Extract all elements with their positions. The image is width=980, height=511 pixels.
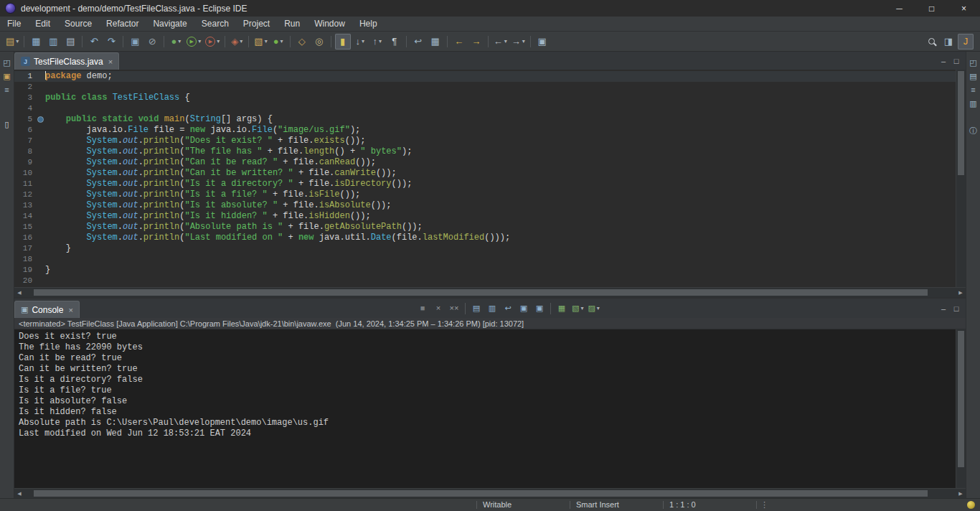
next-edit-location-button[interactable]: → bbox=[468, 34, 484, 50]
remove-launch-button[interactable]: × bbox=[431, 301, 446, 316]
notification-icon[interactable] bbox=[967, 501, 975, 509]
line-number[interactable]: 17 bbox=[14, 243, 36, 254]
type-hierarchy-icon[interactable]: ≡ bbox=[1, 84, 14, 95]
code-line[interactable]: 19} bbox=[14, 265, 956, 276]
line-number[interactable]: 19 bbox=[14, 265, 36, 276]
minimize-console-button[interactable]: – bbox=[937, 302, 950, 315]
line-number[interactable]: 14 bbox=[14, 211, 36, 222]
annotation-ruler[interactable] bbox=[36, 168, 45, 179]
debug-button[interactable]: ●▾ bbox=[168, 34, 184, 50]
editor-tab[interactable]: J TestFileClass.java × bbox=[14, 52, 119, 70]
annotation-ruler[interactable] bbox=[36, 211, 45, 222]
console-output[interactable]: Does it exist? trueThe file has 22090 by… bbox=[14, 329, 956, 488]
line-number[interactable]: 7 bbox=[14, 136, 36, 146]
code-line[interactable]: 18 bbox=[14, 254, 956, 265]
console-scroll-right-arrow-icon[interactable]: ▶ bbox=[956, 491, 966, 497]
pin-editor-button[interactable]: ▣ bbox=[534, 34, 550, 50]
code-area[interactable]: 1package demo;23public class TestFileCla… bbox=[14, 70, 956, 287]
line-number[interactable]: 12 bbox=[14, 189, 36, 200]
print-button[interactable]: ▤ bbox=[62, 34, 78, 50]
console-horizontal-scrollbar[interactable]: ◀ ▶ bbox=[14, 488, 966, 498]
undo-button[interactable]: ↶ bbox=[86, 34, 102, 50]
code-line[interactable]: 16 System.out.println("Last modified on … bbox=[14, 233, 956, 243]
save-button[interactable]: ▦ bbox=[28, 34, 44, 50]
scroll-lock-button[interactable]: ▥ bbox=[485, 301, 499, 316]
menu-file[interactable]: File bbox=[0, 17, 28, 31]
editor-vertical-scrollbar[interactable] bbox=[956, 70, 966, 287]
line-number[interactable]: 10 bbox=[14, 168, 36, 179]
code-line[interactable]: 5 public static void main(String[] args)… bbox=[14, 114, 956, 125]
pin-console-button[interactable]: ▣ bbox=[532, 301, 547, 316]
menu-help[interactable]: Help bbox=[352, 17, 385, 31]
statusbar-overflow-icon[interactable]: ⋮ bbox=[760, 500, 768, 510]
line-number[interactable]: 4 bbox=[14, 103, 36, 114]
outline-icon[interactable]: ≡ bbox=[967, 84, 980, 95]
line-number[interactable]: 13 bbox=[14, 200, 36, 211]
new-console-view-button[interactable]: ▨▾ bbox=[586, 301, 600, 316]
editor-vscroll-thumb[interactable] bbox=[958, 71, 964, 175]
menu-edit[interactable]: Edit bbox=[28, 17, 57, 31]
code-line[interactable]: 7 System.out.println("Does it exist? " +… bbox=[14, 136, 956, 146]
code-line[interactable]: 4 bbox=[14, 103, 956, 114]
annotation-ruler[interactable] bbox=[36, 93, 45, 103]
forward-button[interactable]: →▾ bbox=[510, 34, 527, 50]
minimize-window-button[interactable]: ─ bbox=[883, 0, 915, 17]
console-hscroll-track[interactable] bbox=[24, 489, 956, 498]
code-editor[interactable]: 1package demo;23public class TestFileCla… bbox=[14, 70, 966, 287]
new-java-project-button[interactable]: ▧▾ bbox=[253, 34, 268, 50]
scroll-right-arrow-icon[interactable]: ▶ bbox=[956, 290, 966, 296]
annotation-ruler[interactable] bbox=[36, 200, 45, 211]
annotation-ruler[interactable] bbox=[36, 265, 45, 276]
display-console-button[interactable]: ▦ bbox=[555, 301, 569, 316]
line-number[interactable]: 5 bbox=[14, 114, 36, 125]
mark-occurrences-button[interactable]: ▮ bbox=[335, 34, 351, 50]
menu-run[interactable]: Run bbox=[277, 17, 307, 31]
coverage-button[interactable]: ◈▾ bbox=[229, 34, 245, 50]
clear-console-button[interactable]: ▤ bbox=[469, 301, 484, 316]
console-tab[interactable]: ▣ Console × bbox=[14, 301, 80, 318]
code-line[interactable]: 13 System.out.println("Is it absolute? "… bbox=[14, 200, 956, 211]
maximize-console-button[interactable]: □ bbox=[950, 302, 963, 315]
open-console-button[interactable]: ▧▾ bbox=[570, 301, 585, 316]
annotation-ruler[interactable] bbox=[36, 179, 45, 189]
folding-marker-icon[interactable] bbox=[37, 116, 44, 123]
editor-horizontal-scrollbar[interactable]: ◀ ▶ bbox=[14, 287, 966, 297]
back-button[interactable]: ←▾ bbox=[492, 34, 509, 50]
new-wizard-button[interactable]: ▤▾ bbox=[4, 34, 20, 50]
menu-search[interactable]: Search bbox=[194, 17, 236, 31]
bookmarks-icon[interactable]: ▥ bbox=[967, 98, 980, 109]
menu-project[interactable]: Project bbox=[236, 17, 277, 31]
insert-mode-status[interactable]: Smart Insert bbox=[570, 500, 663, 509]
code-line[interactable]: 8 System.out.println("The file has " + f… bbox=[14, 146, 956, 157]
line-number[interactable]: 16 bbox=[14, 233, 36, 243]
line-number[interactable]: 9 bbox=[14, 157, 36, 168]
scroll-left-arrow-icon[interactable]: ◀ bbox=[14, 290, 24, 296]
menu-navigate[interactable]: Navigate bbox=[146, 17, 194, 31]
code-line[interactable]: 15 System.out.println("Absolute path is … bbox=[14, 222, 956, 233]
run-button[interactable]: ▶▾ bbox=[185, 34, 202, 50]
restore-views-icon[interactable]: ◰ bbox=[1, 57, 14, 68]
annotation-ruler[interactable] bbox=[36, 222, 45, 233]
annotation-ruler[interactable] bbox=[36, 103, 45, 114]
code-line[interactable]: 6 java.io.File file = new java.io.File("… bbox=[14, 125, 956, 136]
annotation-ruler[interactable] bbox=[36, 82, 45, 93]
annotation-ruler[interactable] bbox=[36, 146, 45, 157]
next-annotation-button[interactable]: ↓▾ bbox=[352, 34, 368, 50]
console-tab-close-icon[interactable]: × bbox=[68, 306, 72, 314]
search-button[interactable] bbox=[923, 34, 939, 50]
annotation-ruler[interactable] bbox=[36, 189, 45, 200]
remove-all-launches-button[interactable]: ×× bbox=[447, 301, 461, 316]
code-line[interactable]: 12 System.out.println("Is it a file? " +… bbox=[14, 189, 956, 200]
menu-source[interactable]: Source bbox=[57, 17, 99, 31]
annotation-ruler[interactable] bbox=[36, 71, 45, 82]
javadoc-icon[interactable]: ⓘ bbox=[967, 125, 980, 136]
line-number[interactable]: 8 bbox=[14, 146, 36, 157]
task-list-icon[interactable]: ▤ bbox=[967, 70, 980, 82]
external-tools-button[interactable]: ▶▾ bbox=[204, 34, 221, 50]
code-line[interactable]: 2 bbox=[14, 82, 956, 93]
save-all-button[interactable]: ▥ bbox=[45, 34, 61, 50]
editor-hscroll-track[interactable] bbox=[24, 288, 956, 297]
minimized-editor-icon[interactable]: ▯ bbox=[1, 118, 14, 130]
console-vertical-scrollbar[interactable] bbox=[956, 329, 966, 488]
line-number[interactable]: 18 bbox=[14, 254, 36, 265]
